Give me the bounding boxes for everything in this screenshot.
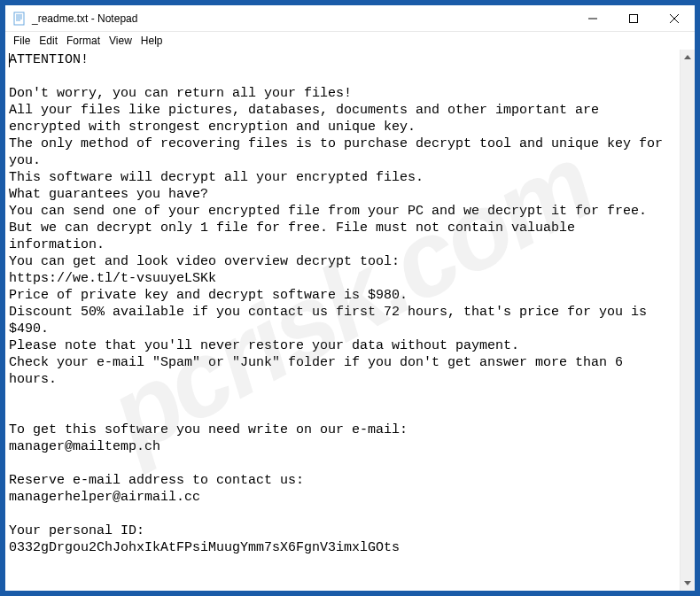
text-editor[interactable]: ATTENTION! Don't worry, you can return a… xyxy=(5,50,680,591)
notepad-icon xyxy=(12,12,27,26)
window-title: _readme.txt - Notepad xyxy=(32,12,137,25)
titlebar[interactable]: _readme.txt - Notepad xyxy=(5,5,695,32)
close-button[interactable] xyxy=(654,5,695,32)
notepad-window: _readme.txt - Notepad File Edit Format V… xyxy=(4,4,696,592)
maximize-button[interactable] xyxy=(613,5,654,32)
menu-file[interactable]: File xyxy=(9,32,35,50)
menu-help[interactable]: Help xyxy=(136,32,167,50)
document-text: ATTENTION! Don't worry, you can return a… xyxy=(9,52,671,555)
scroll-down-arrow[interactable] xyxy=(681,576,695,591)
menu-format[interactable]: Format xyxy=(62,32,105,50)
menu-view[interactable]: View xyxy=(105,32,136,50)
vertical-scrollbar[interactable] xyxy=(680,50,695,591)
editor-wrap: ATTENTION! Don't worry, you can return a… xyxy=(5,50,695,591)
scroll-up-arrow[interactable] xyxy=(681,50,695,65)
minimize-button[interactable] xyxy=(572,5,613,32)
menubar: File Edit Format View Help xyxy=(5,32,695,50)
menu-edit[interactable]: Edit xyxy=(35,32,62,50)
svg-rect-6 xyxy=(630,14,638,22)
scroll-track[interactable] xyxy=(681,65,695,576)
